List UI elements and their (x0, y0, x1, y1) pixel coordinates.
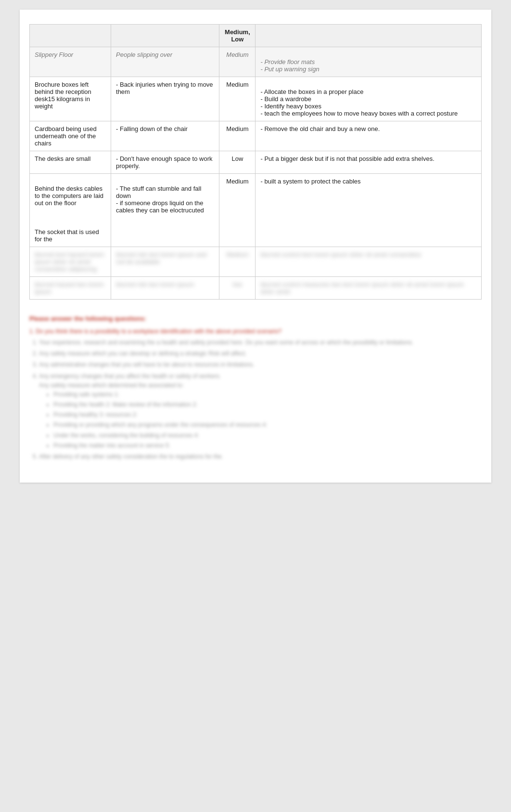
list-item: Any emergency changes that you affect th… (39, 372, 482, 451)
risk-cell: blurred risk text lorem ipsum and not be… (111, 247, 219, 277)
table-row: Cardboard being used underneath one of t… (30, 121, 482, 151)
level-cell: Medium (219, 47, 256, 77)
hazard-cell: Brochure boxes left behind the reception… (30, 77, 111, 121)
hazard-cell: The desks are small (30, 151, 111, 174)
hazard-cell: blurred hazard two lorem ipsum (30, 277, 111, 300)
header-hazard (30, 25, 111, 47)
header-level: Medium,Low (219, 25, 256, 47)
risk-cell: - The stuff can stumble and fall down - … (111, 174, 219, 247)
table-row: The desks are small - Don't have enough … (30, 151, 482, 174)
control-cell: - Remove the old chair and buy a new one… (256, 121, 482, 151)
sub-list: Providing safe systems 1: Providing the … (53, 390, 482, 450)
list-item: Your experience, research and examining … (39, 338, 482, 347)
list-item: Providing or providing which any program… (53, 420, 482, 430)
control-cell: - built a system to protect the cables (256, 174, 482, 247)
level-cell: Medium (219, 121, 256, 151)
list-item: Any safety measure which you can develop… (39, 349, 482, 358)
risk-cell: blurred risk two lorem ipsum (111, 277, 219, 300)
hazard-cell: Slippery Floor (30, 47, 111, 77)
hazard-cell: blurred text hazard lorem ipsum dolor si… (30, 247, 111, 277)
control-cell: blurred control text lorem ipsum dolor s… (256, 247, 482, 277)
main-page: Medium,Low Slippery Floor People slippin… (20, 10, 491, 483)
risk-assessment-table: Medium,Low Slippery Floor People slippin… (29, 24, 482, 300)
table-row: blurred hazard two lorem ipsum blurred r… (30, 277, 482, 300)
control-cell: blurred control measures two text lorem … (256, 277, 482, 300)
control-cell: - Allocate the boxes in a proper place -… (256, 77, 482, 121)
level-cell: Medium (219, 174, 256, 247)
level-cell: Low (219, 151, 256, 174)
risk-cell: - Falling down of the chair (111, 121, 219, 151)
control-cell: - Put a bigger desk but if is not that p… (256, 151, 482, 174)
list-item: Providing safe systems 1: (53, 390, 482, 399)
below-section: Please answer the following questions: 1… (29, 314, 482, 461)
level-cell: Medium (219, 247, 256, 277)
level-cell: low (219, 277, 256, 300)
table-row: Behind the desks cables to the computers… (30, 174, 482, 247)
question-intro: 1. Do you think there is a possibility t… (29, 327, 482, 336)
list-item: Any administrative changes that you will… (39, 360, 482, 369)
header-risk (111, 25, 219, 47)
question-list: Your experience, research and examining … (39, 338, 482, 461)
risk-cell: People slipping over (111, 47, 219, 77)
table-row: Brochure boxes left behind the reception… (30, 77, 482, 121)
list-item: Providing the health 2: Make review of t… (53, 400, 482, 409)
list-item: Providing the matter into account in ser… (53, 441, 482, 450)
list-item: Under the works, considering the buildin… (53, 431, 482, 440)
hazard-cell: Cardboard being used underneath one of t… (30, 121, 111, 151)
header-control (256, 25, 482, 47)
table-row: blurred text hazard lorem ipsum dolor si… (30, 247, 482, 277)
risk-cell: - Back injuries when trying to move them (111, 77, 219, 121)
control-cell: - Provide floor mats - Put up warning si… (256, 47, 482, 77)
hazard-cell: Behind the desks cables to the computers… (30, 174, 111, 247)
table-row: Slippery Floor People slipping over Medi… (30, 47, 482, 77)
list-item: After delivery of any other safety consi… (39, 452, 482, 461)
risk-cell: - Don't have enough space to work proper… (111, 151, 219, 174)
list-item: Providing healthy 3: resources 2: (53, 410, 482, 419)
level-cell: Medium (219, 77, 256, 121)
below-heading: Please answer the following questions: (29, 314, 482, 324)
